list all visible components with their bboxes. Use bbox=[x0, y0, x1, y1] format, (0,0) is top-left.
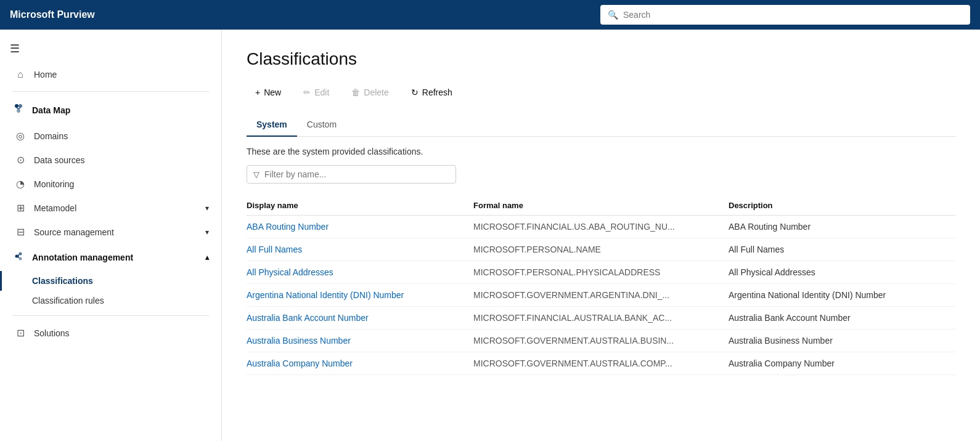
sidebar-item-annotation-management[interactable]: Annotation management ▴ bbox=[0, 244, 221, 271]
classifications-table: Display name Formal name Description ABA… bbox=[247, 196, 955, 375]
cell-display-name[interactable]: Australia Business Number bbox=[247, 330, 473, 352]
svg-point-0 bbox=[15, 104, 18, 108]
new-button[interactable]: + New bbox=[247, 84, 290, 101]
table-row: All Physical AddressesMICROSOFT.PERSONAL… bbox=[247, 261, 955, 284]
cell-display-name[interactable]: All Full Names bbox=[247, 238, 473, 261]
sidebar-item-label: Monitoring bbox=[34, 179, 74, 189]
domains-icon: ◎ bbox=[14, 130, 27, 142]
cell-formal-name: MICROSOFT.FINANCIAL.US.ABA_ROUTING_NU... bbox=[473, 216, 729, 238]
toolbar: + New ✏ Edit 🗑 Delete ↻ Refresh bbox=[247, 84, 955, 101]
cell-formal-name: MICROSOFT.PERSONAL.NAME bbox=[473, 238, 729, 261]
table-row: Australia Company NumberMICROSOFT.GOVERN… bbox=[247, 352, 955, 375]
cell-display-name[interactable]: Australia Company Number bbox=[247, 352, 473, 375]
edit-label: Edit bbox=[314, 87, 329, 97]
filter-icon: ▽ bbox=[253, 170, 259, 179]
sidebar-divider-1 bbox=[12, 91, 209, 92]
svg-line-8 bbox=[18, 254, 19, 256]
edit-button[interactable]: ✏ Edit bbox=[295, 84, 338, 101]
sidebar-item-data-sources[interactable]: ⊙ Data sources bbox=[0, 148, 221, 172]
refresh-button[interactable]: ↻ Refresh bbox=[402, 84, 461, 101]
refresh-label: Refresh bbox=[422, 87, 452, 97]
sidebar-item-data-map[interactable]: Data Map bbox=[0, 97, 221, 124]
search-icon: 🔍 bbox=[608, 10, 618, 20]
search-box[interactable]: 🔍 bbox=[600, 5, 970, 25]
data-map-label: Data Map bbox=[32, 105, 70, 115]
search-input[interactable] bbox=[623, 10, 963, 20]
cell-display-name[interactable]: All Physical Addresses bbox=[247, 261, 473, 284]
home-icon: ⌂ bbox=[14, 69, 27, 80]
table-row: Argentina National Identity (DNI) Number… bbox=[247, 284, 955, 307]
cell-formal-name: MICROSOFT.PERSONAL.PHYSICALADDRESS bbox=[473, 261, 729, 284]
sidebar-item-label: Solutions bbox=[34, 328, 70, 338]
sidebar-item-monitoring[interactable]: ◔ Monitoring bbox=[0, 172, 221, 196]
tab-system[interactable]: System bbox=[247, 113, 297, 137]
cell-description: Argentina National Identity (DNI) Number bbox=[729, 284, 955, 307]
delete-button[interactable]: 🗑 Delete bbox=[343, 84, 397, 101]
sidebar-item-source-management[interactable]: ⊟ Source management ▾ bbox=[0, 220, 221, 244]
sidebar-item-label: Data sources bbox=[34, 155, 84, 165]
hamburger-button[interactable]: ☰ bbox=[0, 34, 221, 63]
cell-formal-name: MICROSOFT.GOVERNMENT.AUSTRALIA.BUSIN... bbox=[473, 330, 729, 352]
annotation-mgmt-icon bbox=[12, 250, 25, 265]
svg-point-6 bbox=[19, 253, 22, 256]
sidebar-sub-classification-rules[interactable]: Classification rules bbox=[0, 291, 221, 310]
cell-description: Australia Company Number bbox=[729, 352, 955, 375]
page-title: Classifications bbox=[247, 49, 955, 69]
svg-line-4 bbox=[18, 108, 20, 109]
app-title: Microsoft Purview bbox=[10, 9, 95, 20]
cell-formal-name: MICROSOFT.GOVERNMENT.AUSTRALIA.COMP... bbox=[473, 352, 729, 375]
sidebar-item-home[interactable]: ⌂ Home bbox=[0, 63, 221, 86]
refresh-icon: ↻ bbox=[411, 87, 419, 97]
table-row: Australia Business NumberMICROSOFT.GOVER… bbox=[247, 330, 955, 352]
svg-point-7 bbox=[19, 257, 22, 261]
col-formal-name: Formal name bbox=[473, 196, 729, 216]
sidebar-item-label: Domains bbox=[34, 131, 68, 141]
cell-display-name[interactable]: Argentina National Identity (DNI) Number bbox=[247, 284, 473, 307]
sidebar-divider-2 bbox=[12, 315, 209, 316]
data-map-icon bbox=[12, 103, 25, 118]
table-row: All Full NamesMICROSOFT.PERSONAL.NAMEAll… bbox=[247, 238, 955, 261]
classification-rules-label: Classification rules bbox=[32, 296, 104, 305]
cell-description: Australia Bank Account Number bbox=[729, 307, 955, 330]
svg-point-2 bbox=[17, 109, 20, 113]
tabs: System Custom bbox=[247, 113, 955, 137]
sidebar: ☰ ⌂ Home Data Map ◎ Domains ⊙ bbox=[0, 30, 222, 441]
top-nav: Microsoft Purview 🔍 bbox=[0, 0, 980, 30]
sidebar-sub-classifications[interactable]: Classifications bbox=[0, 271, 221, 291]
cell-description: Australia Business Number bbox=[729, 330, 955, 352]
source-mgmt-icon: ⊟ bbox=[14, 226, 27, 238]
annotation-mgmt-label: Annotation management bbox=[32, 253, 133, 262]
sidebar-item-solutions[interactable]: ⊡ Solutions bbox=[0, 321, 221, 345]
delete-label: Delete bbox=[364, 87, 388, 97]
sidebar-item-metamodel[interactable]: ⊞ Metamodel ▾ bbox=[0, 196, 221, 220]
svg-line-3 bbox=[17, 108, 18, 109]
sidebar-item-label: Metamodel bbox=[34, 203, 76, 213]
classifications-label: Classifications bbox=[32, 276, 93, 286]
plus-icon: + bbox=[255, 87, 260, 97]
content-area: Classifications + New ✏ Edit 🗑 Delete ↻ … bbox=[222, 30, 980, 441]
table-row: Australia Bank Account NumberMICROSOFT.F… bbox=[247, 307, 955, 330]
table-header-row: Display name Formal name Description bbox=[247, 196, 955, 216]
cell-formal-name: MICROSOFT.GOVERNMENT.ARGENTINA.DNI_... bbox=[473, 284, 729, 307]
sidebar-item-label: Home bbox=[34, 70, 57, 79]
sidebar-item-label: Source management bbox=[34, 227, 114, 237]
edit-icon: ✏ bbox=[303, 87, 311, 97]
main-layout: ☰ ⌂ Home Data Map ◎ Domains ⊙ bbox=[0, 30, 980, 441]
svg-point-5 bbox=[15, 255, 18, 258]
filter-input[interactable] bbox=[264, 169, 449, 179]
filter-box[interactable]: ▽ bbox=[247, 165, 456, 184]
chevron-down-icon: ▾ bbox=[205, 228, 209, 237]
svg-point-1 bbox=[18, 104, 22, 108]
sidebar-item-domains[interactable]: ◎ Domains bbox=[0, 124, 221, 148]
data-sources-icon: ⊙ bbox=[14, 154, 27, 166]
monitoring-icon: ◔ bbox=[14, 178, 27, 190]
metamodel-icon: ⊞ bbox=[14, 202, 27, 214]
col-description: Description bbox=[729, 196, 955, 216]
tab-custom[interactable]: Custom bbox=[297, 113, 346, 137]
chevron-down-icon: ▾ bbox=[205, 204, 209, 212]
cell-display-name[interactable]: Australia Bank Account Number bbox=[247, 307, 473, 330]
col-display-name: Display name bbox=[247, 196, 473, 216]
cell-display-name[interactable]: ABA Routing Number bbox=[247, 216, 473, 238]
solutions-icon: ⊡ bbox=[14, 327, 27, 339]
cell-description: All Physical Addresses bbox=[729, 261, 955, 284]
